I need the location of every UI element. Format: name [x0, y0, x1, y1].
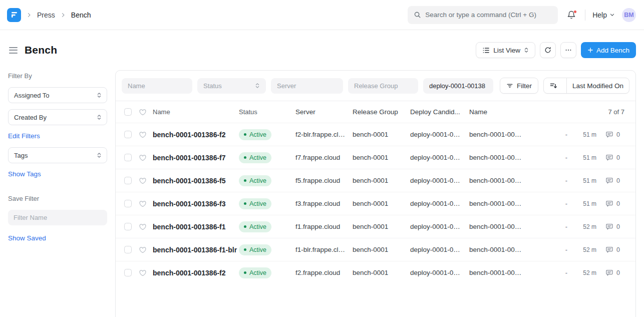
frappe-logo-icon [11, 11, 18, 19]
column-header-release-group[interactable]: Release Group [353, 108, 410, 116]
comments-cell[interactable]: 0 [605, 246, 625, 254]
user-avatar[interactable]: BM [622, 8, 636, 22]
comment-icon [605, 246, 613, 254]
comments-cell[interactable]: 0 [605, 269, 625, 277]
chevron-up-down-icon [97, 92, 102, 98]
deploy-candidate-filter-value: deploy-0001-00138 [429, 82, 485, 90]
bench-name-link[interactable]: bench-0001-001386-f3 [153, 200, 239, 208]
comments-cell[interactable]: 0 [605, 131, 625, 139]
breadcrumb-press[interactable]: Press [37, 11, 55, 19]
status-badge: Active [239, 267, 271, 278]
table-row[interactable]: bench-0001-001386-f5 Active f5.frappe.cl… [116, 169, 635, 192]
deploy-candidate-cell: deploy-0001-001386 [410, 223, 469, 230]
deploy-candidate-filter-input[interactable]: deploy-0001-00138 [423, 78, 493, 94]
refresh-button[interactable] [540, 42, 556, 58]
modified-time-cell: 52 m [575, 223, 596, 230]
assigned-to-select[interactable]: Assigned To [8, 87, 107, 103]
table-row[interactable]: bench-0001-001386-f3 Active f3.frappe.cl… [116, 192, 635, 215]
tags-select[interactable]: Tags [8, 147, 107, 163]
show-saved-link[interactable]: Show Saved [8, 234, 46, 242]
bench-name-link[interactable]: bench-0001-001386-f2 [153, 269, 239, 277]
column-header-name[interactable]: Name [153, 108, 239, 116]
tag-cell: - [561, 131, 571, 138]
command-search-input[interactable]: Search or type a command (Ctrl + G) [408, 6, 558, 24]
select-all-checkbox[interactable] [124, 108, 132, 116]
bench-name-link[interactable]: bench-0001-001386-f7 [153, 154, 239, 162]
bench-name-link[interactable]: bench-0001-001386-f1-blr [153, 246, 239, 254]
column-header-deploy-candidate[interactable]: Deploy Candid... [410, 108, 469, 116]
favorite-heart-icon[interactable] [139, 154, 147, 162]
sort-direction-toggle[interactable] [544, 78, 563, 93]
server-cell: f1.frappe.cloud [295, 223, 353, 230]
status-badge: Active [239, 129, 271, 140]
table-row[interactable]: bench-0001-001386-f2 Active f2.frappe.cl… [116, 261, 635, 284]
row-checkbox[interactable] [124, 269, 132, 276]
row-checkbox[interactable] [124, 131, 132, 138]
assigned-to-label: Assigned To [14, 92, 50, 99]
name-filter-input[interactable]: Name [122, 78, 192, 94]
search-icon [414, 11, 421, 19]
favorite-heart-icon[interactable] [139, 246, 147, 254]
filter-button[interactable]: Filter [500, 78, 538, 94]
deploy-candidate-cell: deploy-0001-001386 [410, 200, 469, 207]
favorite-heart-icon[interactable] [139, 131, 147, 139]
row-checkbox[interactable] [124, 154, 132, 161]
breadcrumb-bench[interactable]: Bench [71, 11, 91, 19]
sidebar-toggle-button[interactable] [8, 45, 19, 56]
column-header-name2[interactable]: Name [469, 108, 525, 116]
row-checkbox[interactable] [124, 246, 132, 253]
favorite-heart-icon[interactable] [139, 269, 147, 277]
favorite-heart-icon[interactable] [139, 177, 147, 185]
release-group-cell: bench-0001 [353, 246, 410, 253]
frappe-logo[interactable] [7, 8, 21, 22]
bench-name-link[interactable]: bench-0001-001386-f5 [153, 177, 239, 185]
status-filter-select[interactable]: Status [197, 78, 266, 94]
favorite-heart-icon[interactable] [139, 200, 147, 208]
filter-by-label: Filter By [8, 72, 107, 80]
avatar-initials: BM [624, 12, 633, 19]
status-dot-icon [244, 179, 246, 182]
notifications-button[interactable] [565, 9, 578, 22]
server-filter-input[interactable]: Server [271, 78, 343, 94]
filter-icon [506, 82, 513, 89]
bench-id-cell: bench-0001-001386 [469, 154, 525, 161]
created-by-select[interactable]: Created By [8, 109, 107, 125]
view-selector-button[interactable]: List View [476, 42, 535, 58]
help-menu[interactable]: Help [592, 11, 615, 19]
edit-filters-link[interactable]: Edit Filters [8, 132, 40, 140]
table-row[interactable]: bench-0001-001386-f2 Active f2-blr.frapp… [116, 123, 635, 146]
row-checkbox[interactable] [124, 177, 132, 184]
favorite-heart-icon[interactable] [139, 223, 147, 231]
comment-count: 0 [616, 269, 620, 276]
table-row[interactable]: bench-0001-001386-f7 Active f7.frappe.cl… [116, 146, 635, 169]
column-header-server[interactable]: Server [295, 108, 353, 116]
release-group-filter-input[interactable]: Release Group [348, 78, 418, 94]
sort-field-label[interactable]: Last Modified On [566, 78, 629, 93]
bench-id-cell: bench-0001-001386 [469, 269, 525, 276]
sort-button[interactable]: Last Modified On [543, 78, 629, 94]
bench-name-link[interactable]: bench-0001-001386-f2 [153, 131, 239, 139]
comments-cell[interactable]: 0 [605, 223, 625, 231]
view-selector-label: List View [493, 47, 520, 54]
add-bench-button[interactable]: Add Bench [581, 42, 636, 58]
comments-cell[interactable]: 0 [605, 154, 625, 162]
more-options-button[interactable] [560, 42, 576, 58]
tag-cell: - [561, 269, 571, 276]
status-label: Active [249, 154, 266, 161]
comment-count: 0 [616, 154, 620, 161]
comments-cell[interactable]: 0 [605, 200, 625, 208]
bench-name-link[interactable]: bench-0001-001386-f1 [153, 223, 239, 231]
comments-cell[interactable]: 0 [605, 177, 625, 185]
deploy-candidate-cell: deploy-0001-001386 [410, 246, 469, 253]
table-row[interactable]: bench-0001-001386-f1-blr Active f1-blr.f… [116, 238, 635, 261]
tag-cell: - [561, 223, 571, 230]
column-header-status[interactable]: Status [239, 108, 295, 116]
table-row[interactable]: bench-0001-001386-f1 Active f1.frappe.cl… [116, 215, 635, 238]
row-checkbox[interactable] [124, 223, 132, 230]
chevron-up-down-icon [97, 152, 102, 158]
filter-name-input[interactable] [8, 210, 107, 225]
show-tags-link[interactable]: Show Tags [8, 170, 41, 178]
server-filter-placeholder: Server [277, 82, 296, 90]
row-checkbox[interactable] [124, 200, 132, 207]
chevron-up-down-icon [255, 83, 260, 89]
